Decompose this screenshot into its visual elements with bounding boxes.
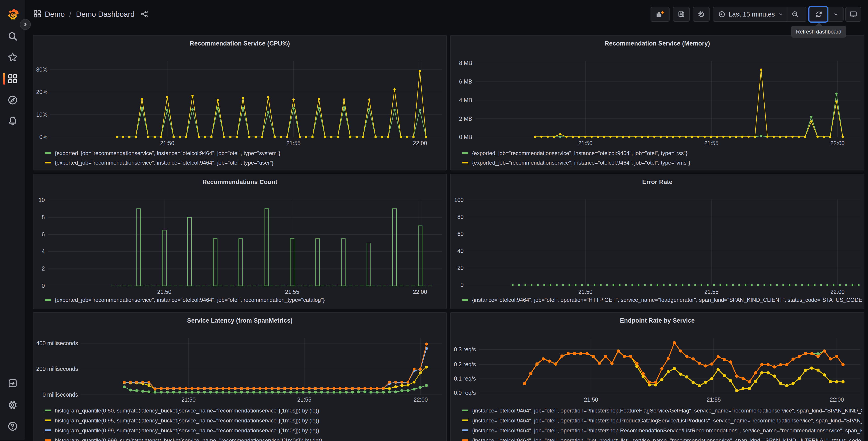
svg-text:22:00: 22:00 bbox=[830, 396, 844, 403]
svg-text:60: 60 bbox=[457, 231, 464, 237]
svg-text:10%: 10% bbox=[36, 111, 48, 118]
svg-text:10: 10 bbox=[38, 197, 45, 203]
svg-text:4: 4 bbox=[42, 248, 45, 255]
svg-text:30%: 30% bbox=[36, 66, 48, 73]
svg-text:0: 0 bbox=[461, 282, 464, 288]
svg-text:8: 8 bbox=[42, 214, 45, 220]
svg-text:0.0 req/s: 0.0 req/s bbox=[454, 390, 476, 396]
svg-text:22:00: 22:00 bbox=[831, 140, 845, 146]
svg-text:22:00: 22:00 bbox=[413, 140, 427, 146]
svg-text:4 MB: 4 MB bbox=[459, 97, 472, 103]
svg-text:21:50: 21:50 bbox=[160, 140, 175, 146]
svg-text:0.2 req/s: 0.2 req/s bbox=[454, 361, 476, 368]
svg-text:2 MB: 2 MB bbox=[459, 115, 472, 122]
svg-text:21:55: 21:55 bbox=[707, 396, 721, 403]
svg-text:22:00: 22:00 bbox=[831, 289, 845, 295]
svg-text:0.3 req/s: 0.3 req/s bbox=[454, 346, 476, 352]
svg-text:0 milliseconds: 0 milliseconds bbox=[42, 391, 78, 398]
svg-text:100: 100 bbox=[454, 197, 464, 203]
svg-text:21:50: 21:50 bbox=[182, 396, 196, 403]
svg-text:20%: 20% bbox=[36, 89, 48, 95]
svg-text:8 MB: 8 MB bbox=[459, 60, 472, 66]
svg-text:80: 80 bbox=[457, 214, 464, 220]
svg-text:200 milliseconds: 200 milliseconds bbox=[36, 365, 78, 372]
svg-text:21:55: 21:55 bbox=[297, 396, 312, 403]
svg-text:21:50: 21:50 bbox=[578, 140, 593, 146]
svg-text:21:50: 21:50 bbox=[584, 396, 598, 403]
svg-text:0%: 0% bbox=[39, 134, 48, 140]
svg-text:0 MB: 0 MB bbox=[459, 134, 472, 140]
svg-text:21:55: 21:55 bbox=[285, 289, 299, 295]
svg-text:21:55: 21:55 bbox=[286, 140, 301, 146]
svg-text:6: 6 bbox=[42, 231, 45, 237]
svg-text:40: 40 bbox=[457, 248, 464, 254]
svg-text:21:50: 21:50 bbox=[578, 289, 593, 295]
svg-text:20: 20 bbox=[457, 265, 464, 271]
svg-text:22:00: 22:00 bbox=[414, 396, 428, 403]
svg-text:6 MB: 6 MB bbox=[459, 78, 472, 85]
svg-text:0.1 req/s: 0.1 req/s bbox=[454, 375, 476, 382]
svg-text:21:55: 21:55 bbox=[704, 289, 719, 295]
svg-text:2: 2 bbox=[42, 265, 45, 272]
svg-text:400 milliseconds: 400 milliseconds bbox=[36, 340, 78, 346]
svg-text:21:50: 21:50 bbox=[157, 289, 172, 295]
svg-text:0: 0 bbox=[42, 283, 45, 289]
svg-text:22:00: 22:00 bbox=[413, 289, 427, 295]
svg-text:21:55: 21:55 bbox=[704, 140, 719, 146]
